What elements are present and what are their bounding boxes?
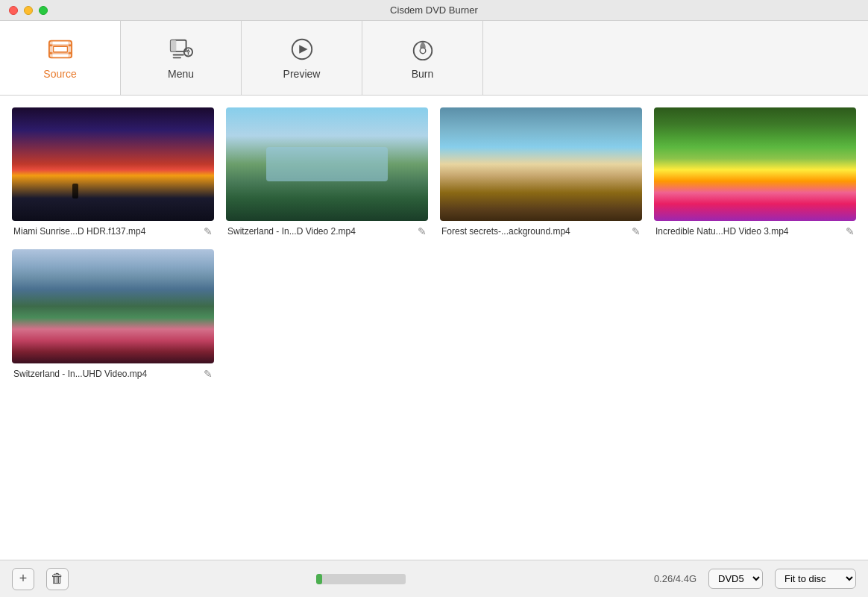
menu-icon xyxy=(169,37,194,62)
bottombar: + 🗑 0.26/4.4G DVD5 DVD9 Fit to disc High… xyxy=(0,560,868,597)
svg-rect-12 xyxy=(172,54,183,55)
preview-icon xyxy=(289,37,315,62)
add-icon: + xyxy=(19,571,28,587)
add-button[interactable]: + xyxy=(12,568,34,590)
video-thumbnail-5[interactable] xyxy=(12,249,214,363)
svg-rect-2 xyxy=(68,40,72,57)
video-name-3: Forest secrets-...ackground.mp4 xyxy=(441,226,627,237)
video-thumbnail-4[interactable] xyxy=(654,107,856,221)
fit-to-disc-select[interactable]: Fit to disc High Quality Custom xyxy=(775,569,856,589)
fullscreen-button[interactable] xyxy=(39,6,48,15)
video-thumbnail-2[interactable] xyxy=(226,107,428,221)
edit-icon-1[interactable]: ✎ xyxy=(204,225,213,237)
edit-icon-3[interactable]: ✎ xyxy=(632,225,641,237)
svg-point-9 xyxy=(69,51,71,54)
tab-menu[interactable]: Menu xyxy=(121,21,242,95)
list-item: Forest secrets-...ackground.mp4 ✎ xyxy=(440,107,642,237)
thumbnail-image-3 xyxy=(440,107,642,221)
tabbar: Source Menu Preview Burn xyxy=(0,21,868,96)
thumbnail-image-5 xyxy=(12,249,214,363)
edit-icon-4[interactable]: ✎ xyxy=(846,225,855,237)
svg-point-19 xyxy=(420,48,426,54)
thumbnail-image-2 xyxy=(226,107,428,221)
video-grid: Miami Sunrise...D HDR.f137.mp4 ✎ Switzer… xyxy=(12,107,856,380)
svg-rect-5 xyxy=(53,46,67,52)
storage-info: 0.26/4.4G xyxy=(654,573,696,584)
titlebar: Cisdem DVD Burner xyxy=(0,0,868,21)
source-tab-label: Source xyxy=(43,68,76,80)
list-item: Incredible Natu...HD Video 3.mp4 ✎ xyxy=(654,107,856,237)
tab-preview[interactable]: Preview xyxy=(242,21,362,95)
svg-point-8 xyxy=(69,44,71,46)
burn-icon xyxy=(410,37,435,62)
progress-container xyxy=(81,574,642,584)
thumbnail-image-1 xyxy=(12,107,214,221)
video-info-4: Incredible Natu...HD Video 3.mp4 ✎ xyxy=(654,225,856,237)
video-info-2: Switzerland - In...D Video 2.mp4 ✎ xyxy=(226,225,428,237)
video-thumbnail-1[interactable] xyxy=(12,107,214,221)
list-item: Switzerland - In...UHD Video.mp4 ✎ xyxy=(12,249,214,379)
source-icon xyxy=(48,37,73,62)
edit-icon-5[interactable]: ✎ xyxy=(204,368,213,380)
app-title: Cisdem DVD Burner xyxy=(390,4,478,16)
video-name-4: Incredible Natu...HD Video 3.mp4 xyxy=(655,226,841,237)
video-name-2: Switzerland - In...D Video 2.mp4 xyxy=(227,226,413,237)
content-area: Miami Sunrise...D HDR.f137.mp4 ✎ Switzer… xyxy=(0,96,868,560)
svg-marker-17 xyxy=(299,45,307,53)
video-info-5: Switzerland - In...UHD Video.mp4 ✎ xyxy=(12,368,214,380)
preview-tab-label: Preview xyxy=(283,68,321,80)
progress-bar-background xyxy=(316,574,406,584)
traffic-lights xyxy=(9,6,48,15)
svg-point-6 xyxy=(49,44,51,46)
video-name-1: Miami Sunrise...D HDR.f137.mp4 xyxy=(13,226,199,237)
video-info-3: Forest secrets-...ackground.mp4 ✎ xyxy=(440,225,642,237)
delete-button[interactable]: 🗑 xyxy=(46,568,69,590)
list-item: Miami Sunrise...D HDR.f137.mp4 ✎ xyxy=(12,107,214,237)
tab-source[interactable]: Source xyxy=(0,21,121,95)
minimize-button[interactable] xyxy=(24,6,33,15)
tab-burn[interactable]: Burn xyxy=(362,21,483,95)
svg-rect-1 xyxy=(48,40,52,57)
disc-type-select[interactable]: DVD5 DVD9 xyxy=(708,569,763,589)
close-button[interactable] xyxy=(9,6,18,15)
burn-tab-label: Burn xyxy=(412,68,434,80)
video-info-1: Miami Sunrise...D HDR.f137.mp4 ✎ xyxy=(12,225,214,237)
video-thumbnail-3[interactable] xyxy=(440,107,642,221)
trash-icon: 🗑 xyxy=(51,571,64,587)
svg-rect-13 xyxy=(172,57,180,58)
list-item: Switzerland - In...D Video 2.mp4 ✎ xyxy=(226,107,428,237)
progress-bar-fill xyxy=(316,574,321,584)
edit-icon-2[interactable]: ✎ xyxy=(418,225,427,237)
svg-point-7 xyxy=(49,51,51,54)
thumbnail-image-4 xyxy=(654,107,856,221)
video-name-5: Switzerland - In...UHD Video.mp4 xyxy=(13,369,199,379)
svg-rect-11 xyxy=(170,40,176,51)
menu-tab-label: Menu xyxy=(168,68,194,80)
